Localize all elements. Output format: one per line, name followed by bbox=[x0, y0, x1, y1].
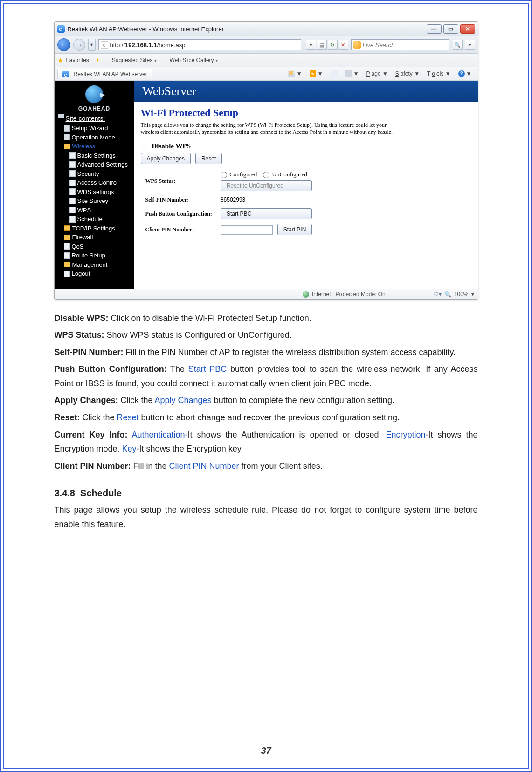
configured-radio[interactable] bbox=[221, 172, 227, 178]
nav-firewall[interactable]: Firewall bbox=[64, 233, 131, 242]
nav-wds-settings[interactable]: WDS settings bbox=[69, 188, 131, 197]
protected-mode-icon[interactable]: 🛡▾ bbox=[433, 291, 442, 298]
copy-wps-status-k: WPS Status: bbox=[55, 330, 104, 340]
back-button[interactable]: ← bbox=[57, 38, 70, 51]
page-menu[interactable]: PPageage ▼ bbox=[363, 68, 391, 79]
client-pin-label: Client PIN Number: bbox=[142, 222, 216, 237]
nav-operation-mode[interactable]: Operation Mode bbox=[64, 133, 131, 142]
feeds-button[interactable]: ∿▼ bbox=[306, 68, 326, 79]
suggested-icon: ✦ bbox=[95, 57, 100, 63]
pbc-label: Push Button Configuration: bbox=[142, 206, 216, 221]
help-icon: ? bbox=[458, 70, 465, 77]
self-pin-value: 86502993 bbox=[221, 196, 245, 203]
nav-management[interactable]: Management bbox=[64, 260, 131, 270]
section-heading: 3.4.8 Schedule bbox=[55, 485, 478, 501]
wps-status-label: WPS Status: bbox=[142, 169, 216, 193]
folder-icon bbox=[64, 225, 70, 231]
web-slice-gallery-link[interactable]: Web Slice Gallery bbox=[169, 57, 218, 63]
window-title: Realtek WLAN AP Webserver - Windows Inte… bbox=[68, 26, 427, 33]
stop-button[interactable]: ✕ bbox=[339, 40, 348, 50]
nav-wps[interactable]: WPS bbox=[69, 206, 131, 215]
file-icon bbox=[64, 271, 70, 277]
page-number: 37 bbox=[7, 745, 525, 756]
compat-view-icon[interactable]: ▤ bbox=[317, 40, 327, 50]
nav-setup-wizard[interactable]: Setup Wizard bbox=[64, 124, 131, 133]
client-pin-input[interactable] bbox=[221, 225, 273, 235]
nav-logout[interactable]: Logout bbox=[64, 269, 131, 278]
ie-icon bbox=[57, 25, 65, 33]
minimize-button[interactable]: — bbox=[427, 24, 442, 34]
page-description: This page allows you to change the setti… bbox=[141, 122, 402, 136]
close-button[interactable]: ✕ bbox=[460, 24, 475, 34]
url-dropdown-button[interactable]: ▾ bbox=[306, 40, 316, 50]
apply-changes-button[interactable]: Apply Changes bbox=[141, 153, 191, 164]
reset-to-unconfigured-button[interactable]: Reset to UnConfigured bbox=[221, 180, 312, 191]
forward-button[interactable]: → bbox=[73, 39, 85, 51]
print-icon bbox=[345, 70, 352, 77]
window-titlebar: Realtek WLAN AP Webserver - Windows Inte… bbox=[55, 22, 478, 36]
configured-label: Configured bbox=[229, 171, 257, 178]
start-pbc-button[interactable]: Start PBC bbox=[221, 208, 312, 219]
tab-favicon bbox=[62, 71, 69, 77]
unconfigured-radio[interactable] bbox=[263, 172, 269, 178]
client-pin-link: Client PIN Number bbox=[169, 461, 239, 471]
home-button[interactable]: ▼ bbox=[284, 68, 305, 79]
suggested-sites-link[interactable]: Suggested Sites bbox=[112, 57, 158, 63]
address-tools: ▾ ▤ ↻ ✕ bbox=[306, 40, 348, 50]
unconfigured-label: UnConfigured bbox=[272, 171, 307, 178]
favorites-label[interactable]: Favorites bbox=[66, 57, 89, 63]
nav-wireless[interactable]: Wireless bbox=[64, 142, 131, 151]
page-icon bbox=[64, 134, 70, 140]
file-icon bbox=[69, 170, 76, 177]
file-icon bbox=[69, 207, 76, 213]
nav-route-setup[interactable]: Route Setup bbox=[64, 251, 131, 260]
page-heading: Wi-Fi Protected Setup bbox=[141, 107, 471, 119]
zoom-dropdown[interactable]: ▾ bbox=[471, 291, 474, 298]
print-button[interactable]: ▼ bbox=[342, 68, 362, 79]
logo-icon bbox=[85, 85, 103, 103]
search-dropdown-button[interactable]: ▾ bbox=[465, 40, 475, 50]
address-bar[interactable]: e http://192.168.1.1/home.asp bbox=[98, 39, 301, 50]
nav-basic-settings[interactable]: Basic Settings bbox=[69, 151, 131, 160]
nav-tcpip[interactable]: TCP/IP Settings bbox=[64, 224, 131, 233]
tools-menu[interactable]: Tools ▼ bbox=[424, 68, 454, 79]
zoom-level[interactable]: 100% bbox=[454, 291, 469, 298]
reset-button[interactable]: Reset bbox=[195, 153, 222, 164]
disable-wps-checkbox[interactable] bbox=[141, 143, 148, 150]
copy-self-pin-k: Self-PIN Number: bbox=[55, 348, 124, 357]
copy-wps-status-v: Show WPS status is Configured or UnConfi… bbox=[104, 330, 292, 340]
maximize-button[interactable]: ▭ bbox=[443, 24, 458, 34]
read-mail-button[interactable] bbox=[327, 68, 341, 79]
nav-advanced-settings[interactable]: Advanced Settings bbox=[69, 160, 131, 169]
copy-current-key-k: Current Key Info: bbox=[55, 430, 128, 439]
zoom-icon[interactable]: 🔍 bbox=[444, 291, 451, 298]
copy-self-pin-v: Fill in the PIN Number of AP to register… bbox=[124, 348, 456, 357]
search-go-button[interactable]: 🔍 bbox=[453, 40, 463, 50]
nav-security[interactable]: Security bbox=[69, 169, 131, 179]
file-icon bbox=[69, 216, 76, 223]
main-content: WebServer Wi-Fi Protected Setup This pag… bbox=[134, 81, 478, 289]
rss-icon: ∿ bbox=[310, 70, 316, 77]
nav-access-control[interactable]: Access Control bbox=[69, 178, 131, 188]
url-host: 192.168.1.1 bbox=[125, 42, 157, 49]
section-paragraph: This page allows you setup the wireless … bbox=[55, 503, 478, 531]
refresh-button[interactable]: ↻ bbox=[328, 40, 338, 50]
safety-menu[interactable]: Safety ▼ bbox=[392, 68, 423, 79]
status-bar: Internet | Protected Mode: On 🛡▾ 🔍 100% … bbox=[55, 289, 478, 299]
nav-site-survey[interactable]: Site Survey bbox=[69, 196, 131, 206]
help-button[interactable]: ?▼ bbox=[455, 68, 475, 79]
start-pin-button[interactable]: Start PIN bbox=[277, 224, 312, 235]
document-body: Disable WPS: Click on to disable the Wi-… bbox=[55, 311, 478, 532]
self-pin-label: Self-PIN Number: bbox=[142, 194, 216, 205]
browser-tab[interactable]: Realtek WLAN AP Webserver bbox=[57, 69, 152, 79]
favorites-star-icon[interactable]: ★ bbox=[57, 56, 63, 64]
copy-pbc-k: Push Button Configuration: bbox=[55, 364, 167, 374]
folder-open-icon bbox=[64, 144, 70, 149]
nav-history-dropdown[interactable]: ▼ bbox=[88, 39, 96, 51]
nav-schedule[interactable]: Schedule bbox=[69, 215, 131, 224]
goahead-logo: GOAHEAD bbox=[55, 83, 134, 113]
search-box[interactable]: Live Search bbox=[351, 39, 449, 50]
screenshot: Realtek WLAN AP Webserver - Windows Inte… bbox=[54, 21, 478, 300]
nav-qos[interactable]: QoS bbox=[64, 242, 131, 251]
tabs-row: Realtek WLAN AP Webserver ▼ ∿▼ ▼ PPageag… bbox=[55, 67, 478, 81]
